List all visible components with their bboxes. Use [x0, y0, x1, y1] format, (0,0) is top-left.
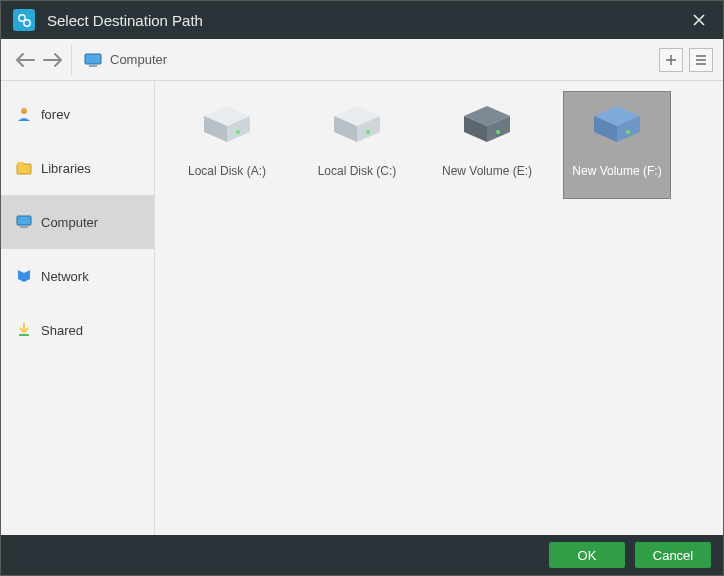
- sidebar-item-libraries[interactable]: Libraries: [1, 141, 154, 195]
- sidebar-item-label: Computer: [41, 215, 98, 230]
- drive-icon: [588, 102, 646, 146]
- drive-icon: [198, 102, 256, 146]
- forward-button[interactable]: [39, 46, 67, 74]
- svg-rect-9: [19, 334, 29, 336]
- svg-point-17: [366, 130, 370, 134]
- drive-grid: Local Disk (A:) Local Disk (C:) New Volu…: [155, 81, 723, 535]
- svg-point-13: [236, 130, 240, 134]
- sidebar-item-label: Shared: [41, 323, 83, 338]
- network-icon: [15, 267, 33, 285]
- plus-icon: [665, 54, 677, 66]
- close-icon: [692, 13, 706, 27]
- list-icon: [695, 54, 707, 66]
- svg-rect-6: [17, 162, 24, 165]
- drive-item[interactable]: Local Disk (A:): [173, 91, 281, 199]
- svg-point-21: [496, 130, 500, 134]
- sidebar-item-label: Libraries: [41, 161, 91, 176]
- sidebar-item-computer[interactable]: Computer: [1, 195, 154, 249]
- new-folder-button[interactable]: [659, 48, 683, 72]
- ok-button[interactable]: OK: [549, 542, 625, 568]
- arrow-left-icon: [14, 52, 36, 68]
- user-icon: [15, 105, 33, 123]
- svg-rect-7: [17, 216, 31, 225]
- app-icon: [13, 9, 35, 31]
- drive-item[interactable]: Local Disk (C:): [303, 91, 411, 199]
- shared-icon: [15, 321, 33, 339]
- svg-point-1: [24, 20, 30, 26]
- svg-point-0: [19, 15, 25, 21]
- svg-rect-3: [89, 65, 97, 67]
- drive-label: Local Disk (C:): [318, 164, 397, 178]
- sidebar: forev Libraries Computer Network Shared: [1, 81, 155, 535]
- drive-item[interactable]: New Volume (E:): [433, 91, 541, 199]
- titlebar: Select Destination Path: [1, 1, 723, 39]
- window-title: Select Destination Path: [47, 12, 687, 29]
- toolbar: Computer: [1, 39, 723, 81]
- svg-point-4: [21, 108, 27, 114]
- sidebar-item-label: Network: [41, 269, 89, 284]
- libraries-icon: [15, 159, 33, 177]
- computer-icon: [15, 213, 33, 231]
- svg-rect-2: [85, 54, 101, 64]
- drive-label: New Volume (F:): [572, 164, 661, 178]
- toolbar-separator: [71, 45, 72, 75]
- drive-item[interactable]: New Volume (F:): [563, 91, 671, 199]
- svg-point-25: [626, 130, 630, 134]
- sidebar-item-label: forev: [41, 107, 70, 122]
- svg-rect-8: [20, 226, 28, 228]
- breadcrumb-label: Computer: [110, 52, 167, 67]
- sidebar-item-shared[interactable]: Shared: [1, 303, 154, 357]
- drive-icon: [458, 102, 516, 146]
- footer: OK Cancel: [1, 535, 723, 575]
- arrow-right-icon: [42, 52, 64, 68]
- sidebar-item-user[interactable]: forev: [1, 87, 154, 141]
- cancel-button[interactable]: Cancel: [635, 542, 711, 568]
- view-list-button[interactable]: [689, 48, 713, 72]
- drive-icon: [328, 102, 386, 146]
- computer-icon: [84, 53, 102, 67]
- back-button[interactable]: [11, 46, 39, 74]
- drive-label: New Volume (E:): [442, 164, 532, 178]
- sidebar-item-network[interactable]: Network: [1, 249, 154, 303]
- svg-rect-5: [17, 164, 31, 174]
- drive-label: Local Disk (A:): [188, 164, 266, 178]
- close-button[interactable]: [687, 8, 711, 32]
- breadcrumb[interactable]: Computer: [80, 52, 659, 67]
